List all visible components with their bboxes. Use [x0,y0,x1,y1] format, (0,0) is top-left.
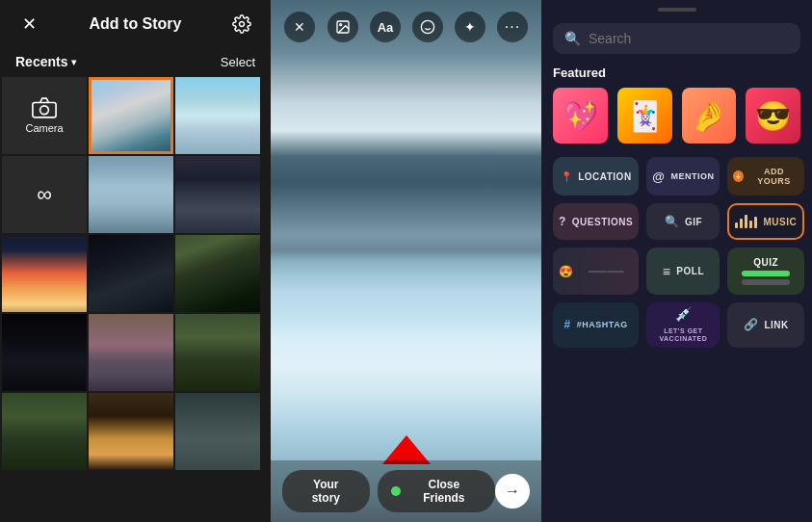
emoji-slider-sticker[interactable]: 😍 —— [553,248,639,295]
story-tools: Aa ✦ ··· [327,12,528,42]
more-tool-button[interactable]: ··· [497,12,528,42]
select-button[interactable]: Select [221,55,255,69]
add-yours-sticker[interactable]: + ADD YOURS [727,157,804,196]
green-dot-icon [391,486,401,496]
close-story-button[interactable]: ✕ [284,12,315,42]
vaccinated-sticker[interactable]: 💉 LET'S GETVACCINATED [646,302,720,348]
your-story-button[interactable]: Your story [282,470,370,512]
photo-cell-selected[interactable] [89,77,173,154]
mention-sticker[interactable]: @ MENTION [646,157,720,196]
question-icon: ? [559,215,566,228]
link-icon: 🔗 [744,318,759,331]
recents-dropdown[interactable]: Recents ▾ [15,54,76,69]
search-bar[interactable]: 🔍 [553,23,800,54]
close-friends-button[interactable]: Close Friends [378,470,496,512]
sticker-tool-button[interactable] [412,12,443,42]
photo-grid: Camera ∞ [0,75,271,522]
featured-sticker-joker[interactable]: 🃏 [617,88,672,144]
image-tool-button[interactable] [327,12,358,42]
sticker-grid: 📍 LOCATION @ MENTION + ADD YOURS ? QUEST… [541,153,812,352]
add-to-story-panel: ✕ Add to Story Recents ▾ Select Camera [0,0,271,522]
next-button[interactable]: → [495,474,530,509]
hashtag-sticker[interactable]: # #HASHTAG [553,302,639,348]
svg-point-0 [240,22,245,27]
panel1-title: Add to Story [90,15,182,33]
featured-stickers-row: 💖 🃏 🤌 😎 [541,88,812,153]
search-icon: 🔍 [564,31,581,46]
svg-point-5 [421,20,433,33]
drag-handle [658,8,696,12]
poll-icon: ≡ [663,264,671,279]
featured-label: Featured [541,62,812,88]
close-icon[interactable]: ✕ [15,11,42,38]
questions-sticker[interactable]: ? QUESTIONS [553,203,639,240]
photo-cell[interactable] [2,314,87,391]
link-sticker[interactable]: 🔗 LINK [727,302,804,348]
photo-cell[interactable] [175,77,260,154]
photo-cell[interactable] [89,314,173,391]
vaccinated-icon: 💉 [675,306,693,322]
hashtag-icon: # [564,318,571,331]
stickers-panel: 🔍 Featured 💖 🃏 🤌 😎 📍 LOCATION @ MENTION … [541,0,812,522]
recents-bar: Recents ▾ Select [0,48,271,75]
gif-sticker[interactable]: 🔍 GIF [646,203,720,240]
text-tool-button[interactable]: Aa [370,12,401,42]
chevron-down-icon: ▾ [71,57,76,67]
search-input[interactable] [589,31,789,46]
story-toolbar: ✕ Aa ✦ ··· [271,0,541,54]
panel1-header: ✕ Add to Story [0,0,271,48]
svg-point-4 [340,24,342,26]
search-gif-icon: 🔍 [665,215,680,228]
featured-sticker-hand[interactable]: 🤌 [682,88,737,144]
story-bottom-bar: Your story Close Friends → [271,460,541,522]
story-share-buttons: Your story Close Friends [282,470,495,512]
infinity-cell[interactable]: ∞ [2,156,87,233]
photo-cell[interactable] [175,393,260,470]
at-icon: @ [652,170,665,184]
location-sticker[interactable]: 📍 LOCATION [553,157,639,196]
add-icon: + [733,170,744,182]
poll-sticker[interactable]: ≡ POLL [646,248,720,295]
photo-cell[interactable] [89,235,173,312]
sparkle-tool-button[interactable]: ✦ [455,12,485,42]
photo-cell[interactable] [175,156,260,233]
quiz-sticker[interactable]: QUIZ [727,248,804,295]
photo-cell[interactable] [2,393,87,470]
story-editor-panel: ✕ Aa ✦ ··· [271,0,541,522]
camera-cell[interactable]: Camera [2,77,87,154]
photo-cell[interactable] [175,314,260,391]
svg-point-2 [40,106,49,115]
photo-cell[interactable] [175,235,260,312]
quiz-icon: QUIZ [742,257,790,285]
location-icon: 📍 [561,171,573,182]
featured-sticker-cool[interactable]: 😎 [746,88,800,144]
slider-icon: 😍 [559,265,574,278]
settings-icon[interactable] [228,11,255,38]
music-sticker[interactable]: MUSIC [727,203,804,240]
camera-label: Camera [25,122,63,134]
featured-sticker-heart[interactable]: 💖 [553,88,608,144]
music-bars-icon [735,215,757,228]
photo-cell[interactable] [89,393,173,470]
photo-cell[interactable] [2,235,87,312]
svg-rect-1 [33,103,56,117]
photo-cell[interactable] [89,156,173,233]
